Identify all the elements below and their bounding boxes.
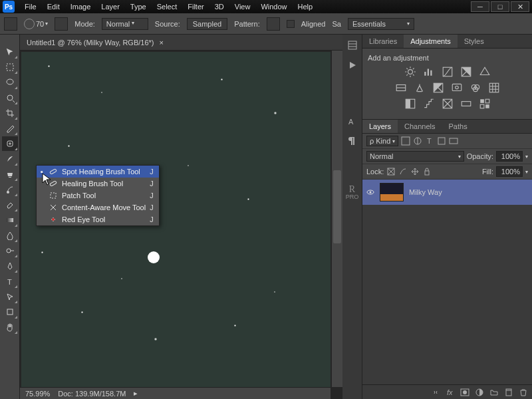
opacity-input[interactable]: 100% [496, 151, 523, 162]
delete-layer-icon[interactable] [519, 388, 528, 397]
lock-position-icon[interactable] [410, 167, 420, 176]
layer-filter-kind[interactable]: ρ Kind ▾ [366, 136, 398, 146]
vertical-scrollbar[interactable] [332, 51, 342, 387]
document-tab-close[interactable]: × [160, 39, 164, 47]
new-layer-icon[interactable] [504, 388, 513, 397]
menu-file[interactable]: File [20, 1, 41, 12]
pattern-swatch[interactable] [267, 17, 280, 31]
color-balance-icon[interactable] [414, 82, 426, 94]
doc-info-caret-icon[interactable]: ▸ [134, 389, 138, 398]
brightness-icon[interactable] [404, 66, 416, 78]
history-brush-tool[interactable] [2, 182, 18, 197]
tab-channels[interactable]: Channels [398, 120, 442, 133]
menu-type[interactable]: Type [126, 1, 151, 12]
group-icon[interactable] [489, 388, 499, 397]
marquee-tool[interactable] [2, 60, 18, 74]
fill-input[interactable]: 100% [496, 166, 523, 177]
menu-window[interactable]: Window [256, 1, 291, 12]
brush-panel-icon[interactable] [55, 17, 68, 31]
menu-filter[interactable]: Filter [183, 1, 208, 12]
menu-help[interactable]: Help [293, 1, 318, 12]
selective-color-icon[interactable] [479, 98, 491, 110]
layer-mask-icon[interactable] [460, 388, 469, 397]
menu-3d[interactable]: 3D [210, 1, 229, 12]
path-select-tool[interactable] [2, 289, 18, 304]
minimize-button[interactable]: ─ [471, 1, 489, 12]
mode-select[interactable]: Normal▾ [102, 18, 148, 30]
filter-shape-icon[interactable] [437, 136, 446, 146]
menu-edit[interactable]: Edit [43, 1, 65, 12]
sampled-button[interactable]: Sampled [187, 18, 227, 30]
gradient-tool[interactable] [2, 213, 18, 227]
blur-tool[interactable] [2, 228, 18, 243]
filter-type-icon[interactable]: T [425, 136, 434, 146]
layer-name[interactable]: Milky Way [409, 188, 442, 196]
color-lookup-icon[interactable] [488, 82, 500, 94]
eraser-tool[interactable] [2, 198, 18, 212]
layer-style-icon[interactable]: fx [446, 388, 455, 397]
zoom-level[interactable]: 75.99% [25, 390, 50, 398]
brush-tool[interactable] [2, 152, 18, 166]
brush-size[interactable]: 70 [36, 20, 44, 28]
menu-select[interactable]: Select [152, 1, 182, 12]
brush-size-caret-icon[interactable]: ▾ [45, 21, 48, 27]
fill-caret-icon[interactable]: ▾ [525, 169, 528, 175]
channel-mixer-icon[interactable] [469, 82, 481, 94]
aligned-checkbox[interactable] [287, 20, 295, 28]
tab-styles[interactable]: Styles [458, 35, 491, 48]
move-tool[interactable] [2, 45, 18, 59]
hue-icon[interactable] [395, 82, 407, 94]
threshold-icon[interactable] [442, 98, 454, 110]
workspace-select[interactable]: Essentials▾ [348, 18, 414, 30]
tab-libraries[interactable]: Libraries [362, 35, 404, 48]
lasso-tool[interactable] [2, 75, 18, 90]
history-icon[interactable] [347, 40, 358, 51]
opacity-caret-icon[interactable]: ▾ [525, 154, 528, 160]
play-icon[interactable] [347, 60, 358, 70]
blend-mode-select[interactable]: Normal▾ [366, 151, 464, 162]
menu-image[interactable]: Image [66, 1, 96, 12]
vibrance-icon[interactable] [479, 66, 491, 78]
filter-adjust-icon[interactable] [413, 136, 422, 146]
filter-image-icon[interactable] [401, 136, 410, 146]
menu-view[interactable]: View [230, 1, 255, 12]
maximize-button[interactable]: □ [491, 1, 509, 12]
crop-tool[interactable] [2, 106, 18, 120]
invert-icon[interactable] [404, 98, 416, 110]
lock-transparency-icon[interactable] [386, 167, 396, 176]
flyout-content-aware-move[interactable]: Content-Aware Move Tool J [37, 201, 159, 213]
flyout-red-eye[interactable]: Red Eye Tool J [37, 213, 159, 225]
document-tab-title[interactable]: Untitled1 @ 76% (Milky Way, RGB/16*) [27, 39, 154, 47]
lock-all-icon[interactable] [422, 167, 432, 176]
bw-icon[interactable] [432, 82, 444, 94]
flyout-spot-healing[interactable]: ▪ Spot Healing Brush Tool J [37, 166, 159, 178]
hand-tool[interactable] [2, 320, 18, 334]
healing-brush-tool[interactable] [2, 136, 18, 151]
lock-image-icon[interactable] [398, 167, 408, 176]
close-button[interactable]: ✕ [511, 1, 529, 12]
rpro-icon[interactable]: RPRO [346, 185, 359, 200]
visibility-icon[interactable] [366, 188, 374, 196]
photo-filter-icon[interactable] [451, 82, 463, 94]
menu-layer[interactable]: Layer [96, 1, 124, 12]
levels-icon[interactable] [423, 66, 435, 78]
flyout-healing-brush[interactable]: Healing Brush Tool J [37, 178, 159, 190]
tool-preset-icon[interactable] [4, 17, 17, 31]
pen-tool[interactable] [2, 259, 18, 273]
link-layers-icon[interactable] [431, 388, 440, 397]
paragraph-icon[interactable] [347, 136, 358, 146]
type-tool[interactable]: T [2, 274, 18, 289]
adjustment-layer-icon[interactable] [475, 388, 484, 397]
flyout-patch[interactable]: Patch Tool J [37, 190, 159, 201]
filter-smart-icon[interactable] [449, 136, 458, 146]
posterize-icon[interactable] [423, 98, 435, 110]
quick-select-tool[interactable] [2, 90, 18, 105]
clone-stamp-tool[interactable] [2, 167, 18, 182]
dodge-tool[interactable] [2, 243, 18, 258]
eyedropper-tool[interactable] [2, 121, 18, 136]
exposure-icon[interactable] [460, 66, 472, 78]
curves-icon[interactable] [442, 66, 454, 78]
tab-layers[interactable]: Layers [362, 120, 398, 133]
tab-adjustments[interactable]: Adjustments [404, 35, 458, 48]
gradient-map-icon[interactable] [460, 98, 472, 110]
